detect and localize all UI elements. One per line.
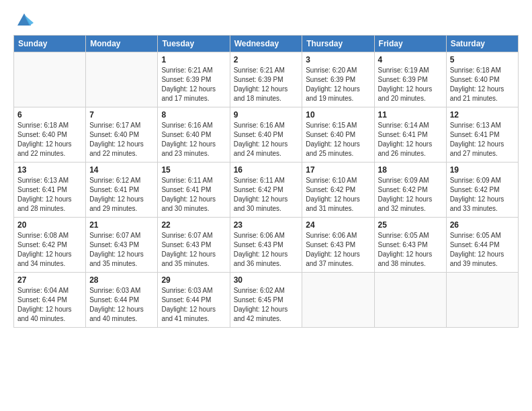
calendar-cell: 11Sunrise: 6:14 AM Sunset: 6:41 PM Dayli… — [374, 107, 446, 163]
calendar-cell: 23Sunrise: 6:06 AM Sunset: 6:43 PM Dayli… — [230, 218, 302, 273]
day-info: Sunrise: 6:07 AM Sunset: 6:43 PM Dayligh… — [89, 231, 154, 269]
day-number: 13 — [17, 165, 82, 175]
day-info: Sunrise: 6:03 AM Sunset: 6:44 PM Dayligh… — [89, 286, 154, 324]
calendar-cell: 22Sunrise: 6:07 AM Sunset: 6:43 PM Dayli… — [158, 218, 230, 273]
day-number: 19 — [450, 165, 515, 175]
calendar-cell: 30Sunrise: 6:02 AM Sunset: 6:45 PM Dayli… — [230, 273, 302, 328]
day-number: 25 — [378, 220, 443, 230]
day-info: Sunrise: 6:13 AM Sunset: 6:41 PM Dayligh… — [17, 176, 82, 214]
calendar-cell — [302, 273, 374, 328]
calendar-table: SundayMondayTuesdayWednesdayThursdayFrid… — [13, 35, 519, 328]
calendar-cell: 5Sunrise: 6:18 AM Sunset: 6:40 PM Daylig… — [446, 52, 518, 107]
day-info: Sunrise: 6:19 AM Sunset: 6:39 PM Dayligh… — [378, 66, 443, 103]
calendar-cell: 27Sunrise: 6:04 AM Sunset: 6:44 PM Dayli… — [14, 273, 86, 328]
calendar-cell: 7Sunrise: 6:17 AM Sunset: 6:40 PM Daylig… — [86, 107, 158, 163]
calendar-cell: 14Sunrise: 6:12 AM Sunset: 6:41 PM Dayli… — [86, 163, 158, 218]
day-number: 17 — [306, 165, 370, 175]
day-info: Sunrise: 6:16 AM Sunset: 6:40 PM Dayligh… — [234, 121, 299, 158]
calendar-header-friday: Friday — [374, 36, 446, 52]
calendar-week-1: 6Sunrise: 6:18 AM Sunset: 6:40 PM Daylig… — [14, 107, 519, 163]
day-info: Sunrise: 6:21 AM Sunset: 6:39 PM Dayligh… — [161, 66, 226, 103]
day-number: 16 — [234, 165, 299, 175]
day-number: 5 — [450, 55, 515, 64]
day-info: Sunrise: 6:20 AM Sunset: 6:39 PM Dayligh… — [306, 66, 370, 103]
day-number: 20 — [17, 220, 82, 230]
day-info: Sunrise: 6:05 AM Sunset: 6:43 PM Dayligh… — [378, 231, 443, 269]
day-number: 24 — [306, 220, 370, 230]
calendar-header-sunday: Sunday — [14, 36, 86, 52]
day-info: Sunrise: 6:06 AM Sunset: 6:43 PM Dayligh… — [234, 231, 299, 269]
day-info: Sunrise: 6:13 AM Sunset: 6:41 PM Dayligh… — [450, 121, 515, 158]
calendar-header-monday: Monday — [86, 36, 158, 52]
day-info: Sunrise: 6:03 AM Sunset: 6:44 PM Dayligh… — [161, 286, 226, 324]
calendar-week-3: 20Sunrise: 6:08 AM Sunset: 6:42 PM Dayli… — [14, 218, 519, 273]
calendar-cell: 19Sunrise: 6:09 AM Sunset: 6:42 PM Dayli… — [446, 163, 518, 218]
day-info: Sunrise: 6:06 AM Sunset: 6:43 PM Dayligh… — [306, 231, 370, 269]
calendar-cell: 29Sunrise: 6:03 AM Sunset: 6:44 PM Dayli… — [158, 273, 230, 328]
day-number: 4 — [378, 55, 443, 64]
day-number: 28 — [89, 275, 154, 285]
day-info: Sunrise: 6:11 AM Sunset: 6:42 PM Dayligh… — [234, 176, 299, 214]
calendar-header-row: SundayMondayTuesdayWednesdayThursdayFrid… — [14, 36, 519, 52]
day-number: 6 — [17, 110, 82, 120]
day-info: Sunrise: 6:21 AM Sunset: 6:39 PM Dayligh… — [234, 66, 299, 103]
calendar-cell: 20Sunrise: 6:08 AM Sunset: 6:42 PM Dayli… — [14, 218, 86, 273]
day-number: 1 — [161, 55, 226, 64]
day-number: 11 — [378, 110, 443, 120]
calendar-week-0: 1Sunrise: 6:21 AM Sunset: 6:39 PM Daylig… — [14, 52, 519, 107]
calendar-cell: 10Sunrise: 6:15 AM Sunset: 6:40 PM Dayli… — [302, 107, 374, 163]
calendar-cell: 12Sunrise: 6:13 AM Sunset: 6:41 PM Dayli… — [446, 107, 518, 163]
day-number: 27 — [17, 275, 82, 285]
calendar-cell: 18Sunrise: 6:09 AM Sunset: 6:42 PM Dayli… — [374, 163, 446, 218]
calendar-cell — [374, 273, 446, 328]
day-info: Sunrise: 6:09 AM Sunset: 6:42 PM Dayligh… — [450, 176, 515, 214]
calendar-week-4: 27Sunrise: 6:04 AM Sunset: 6:44 PM Dayli… — [14, 273, 519, 328]
calendar-header-tuesday: Tuesday — [158, 36, 230, 52]
calendar-cell: 28Sunrise: 6:03 AM Sunset: 6:44 PM Dayli… — [86, 273, 158, 328]
day-number: 18 — [378, 165, 443, 175]
day-info: Sunrise: 6:12 AM Sunset: 6:41 PM Dayligh… — [89, 176, 154, 214]
calendar-cell — [446, 273, 518, 328]
calendar-cell: 16Sunrise: 6:11 AM Sunset: 6:42 PM Dayli… — [230, 163, 302, 218]
day-number: 7 — [89, 110, 154, 120]
day-info: Sunrise: 6:10 AM Sunset: 6:42 PM Dayligh… — [306, 176, 370, 214]
calendar-week-2: 13Sunrise: 6:13 AM Sunset: 6:41 PM Dayli… — [14, 163, 519, 218]
calendar-cell: 4Sunrise: 6:19 AM Sunset: 6:39 PM Daylig… — [374, 52, 446, 107]
calendar-header-thursday: Thursday — [302, 36, 374, 52]
calendar-cell: 8Sunrise: 6:16 AM Sunset: 6:40 PM Daylig… — [158, 107, 230, 163]
day-number: 8 — [161, 110, 226, 120]
day-number: 26 — [450, 220, 515, 230]
day-number: 9 — [234, 110, 299, 120]
day-number: 21 — [89, 220, 154, 230]
calendar-cell: 2Sunrise: 6:21 AM Sunset: 6:39 PM Daylig… — [230, 52, 302, 107]
calendar-cell: 13Sunrise: 6:13 AM Sunset: 6:41 PM Dayli… — [14, 163, 86, 218]
day-info: Sunrise: 6:16 AM Sunset: 6:40 PM Dayligh… — [161, 121, 226, 158]
day-number: 29 — [161, 275, 226, 285]
day-info: Sunrise: 6:07 AM Sunset: 6:43 PM Dayligh… — [161, 231, 226, 269]
day-info: Sunrise: 6:18 AM Sunset: 6:40 PM Dayligh… — [17, 121, 82, 158]
day-info: Sunrise: 6:14 AM Sunset: 6:41 PM Dayligh… — [378, 121, 443, 158]
calendar-cell: 3Sunrise: 6:20 AM Sunset: 6:39 PM Daylig… — [302, 52, 374, 107]
calendar-cell — [14, 52, 86, 107]
calendar-cell — [86, 52, 158, 107]
calendar-cell: 6Sunrise: 6:18 AM Sunset: 6:40 PM Daylig… — [14, 107, 86, 163]
calendar-cell: 26Sunrise: 6:05 AM Sunset: 6:44 PM Dayli… — [446, 218, 518, 273]
day-number: 10 — [306, 110, 370, 120]
calendar-cell: 24Sunrise: 6:06 AM Sunset: 6:43 PM Dayli… — [302, 218, 374, 273]
calendar-cell: 21Sunrise: 6:07 AM Sunset: 6:43 PM Dayli… — [86, 218, 158, 273]
day-number: 12 — [450, 110, 515, 120]
day-info: Sunrise: 6:09 AM Sunset: 6:42 PM Dayligh… — [378, 176, 443, 214]
day-info: Sunrise: 6:08 AM Sunset: 6:42 PM Dayligh… — [17, 231, 82, 269]
page: SundayMondayTuesdayWednesdayThursdayFrid… — [0, 0, 532, 411]
calendar-cell: 1Sunrise: 6:21 AM Sunset: 6:39 PM Daylig… — [158, 52, 230, 107]
day-info: Sunrise: 6:11 AM Sunset: 6:41 PM Dayligh… — [161, 176, 226, 214]
day-info: Sunrise: 6:05 AM Sunset: 6:44 PM Dayligh… — [450, 231, 515, 269]
day-info: Sunrise: 6:04 AM Sunset: 6:44 PM Dayligh… — [17, 286, 82, 324]
day-info: Sunrise: 6:17 AM Sunset: 6:40 PM Dayligh… — [89, 121, 154, 158]
calendar-header-saturday: Saturday — [446, 36, 518, 52]
day-number: 2 — [234, 55, 299, 64]
day-number: 22 — [161, 220, 226, 230]
logo-icon — [15, 9, 34, 28]
day-number: 30 — [234, 275, 299, 285]
day-number: 3 — [306, 55, 370, 64]
